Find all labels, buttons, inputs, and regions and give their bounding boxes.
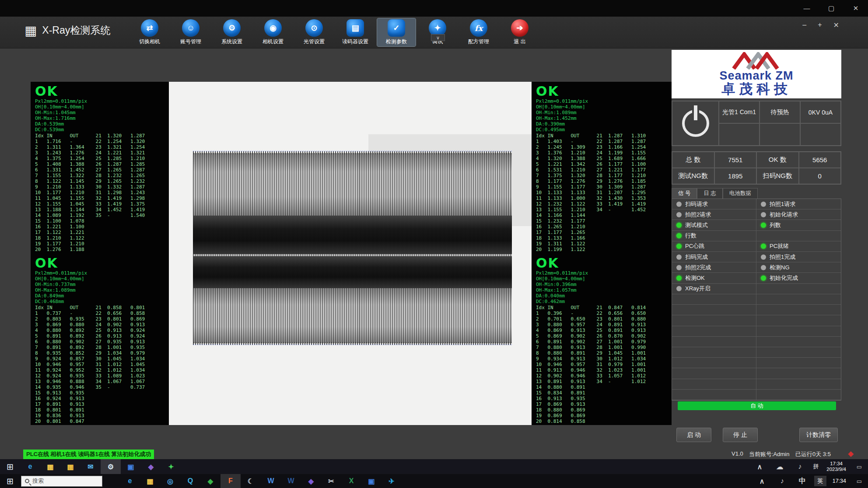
app-close-button[interactable]: ✕: [833, 21, 839, 29]
taskbar-search-input[interactable]: 搜索: [21, 476, 102, 487]
exit-icon: ➔: [511, 19, 528, 37]
stop-run-button[interactable]: 停 止: [723, 428, 758, 442]
file-explorer-icon[interactable]: ▦: [140, 474, 160, 488]
window-minimize-button[interactable]: —: [794, 0, 819, 17]
tray-icon[interactable]: ∧: [752, 474, 772, 488]
file-explorer-icon[interactable]: ▦: [40, 459, 60, 474]
app-purple-icon[interactable]: ◆: [141, 459, 161, 474]
panel-status: OK: [536, 256, 667, 270]
tab-2[interactable]: 电池数据: [723, 188, 758, 199]
start-run-button[interactable]: 启 动: [676, 428, 711, 442]
app-moon-icon[interactable]: ☾: [241, 474, 261, 488]
signal-label: 拍照1请求: [770, 200, 795, 208]
app-green-icon[interactable]: ◆: [200, 474, 220, 488]
signal-cell: [672, 379, 756, 390]
toolbar-reader-settings[interactable]: ▤读码器设置: [336, 18, 374, 46]
stat-label: 总 数: [672, 152, 714, 168]
panel-info-line: Pxl2mm=0.011mm/pix: [35, 98, 164, 104]
excel-icon[interactable]: X: [341, 474, 361, 488]
brand-name-cn: 卓茂科技: [721, 82, 791, 96]
signal-led: [676, 212, 682, 217]
window-close-button[interactable]: ✕: [844, 0, 868, 17]
signal-led: [676, 223, 682, 228]
toolbar-tube-settings[interactable]: ⊙光管设置: [295, 18, 333, 46]
app-blue-icon[interactable]: ▣: [361, 474, 382, 488]
tray-icon[interactable]: 中: [792, 474, 812, 488]
signal-cell: [756, 358, 841, 368]
toolbar-switch-camera[interactable]: ⇄切换相机: [130, 18, 169, 46]
toolbar-system-settings[interactable]: ⚙系统设置: [213, 18, 251, 46]
clock-2[interactable]: 17:34: [828, 478, 850, 484]
start-button-2[interactable]: ⊞: [0, 474, 20, 488]
panel-status: OK: [536, 84, 667, 98]
snip-tool-icon[interactable]: ✂: [321, 474, 341, 488]
panel-columns: Idx IN OUT 1 1.403 - 2 1.245 1.309 3 1.3…: [536, 133, 667, 252]
toolbar-camera-settings[interactable]: ◉相机设置: [254, 18, 292, 46]
stat-value: 5656: [799, 152, 841, 168]
qq-icon[interactable]: Q: [180, 474, 200, 488]
mail-icon[interactable]: ✉: [80, 459, 101, 474]
signal-cell: [756, 231, 841, 241]
panel-info-line: Pxl2mm=0.011mm/pix: [536, 270, 667, 276]
clock-date: 2023/9/4: [826, 467, 846, 472]
count-reset-button[interactable]: 计数清零: [799, 428, 838, 442]
tray-icon[interactable]: ♪: [790, 459, 810, 474]
signal-cell: 扫码请求: [672, 199, 756, 209]
tab-0[interactable]: 信 号: [672, 188, 697, 199]
panel-info-line: OH-Min:0.737mm: [35, 282, 164, 287]
word-icon[interactable]: W: [261, 474, 281, 488]
toolbar-debug[interactable]: ✦调试: [418, 18, 457, 46]
tray-icon[interactable]: ♪: [772, 474, 792, 488]
app-plane-icon[interactable]: ✈: [382, 474, 402, 488]
notification-center-icon[interactable]: ▭: [850, 464, 868, 470]
edge-browser-icon[interactable]: e: [20, 459, 40, 474]
browser-icon[interactable]: ◎: [160, 474, 180, 488]
toolbar-exit[interactable]: ➔退 出: [500, 18, 539, 46]
tab-1[interactable]: 日 志: [697, 188, 722, 199]
tray-icon[interactable]: ☁: [770, 459, 790, 474]
notification-center-icon-2[interactable]: ▭: [850, 478, 868, 485]
signal-label: 拍照2完成: [685, 264, 711, 272]
ime-indicator[interactable]: 拼: [810, 463, 822, 471]
version-label: V1.0: [732, 450, 743, 457]
app-violet-icon[interactable]: ◆: [301, 474, 321, 488]
start-button[interactable]: ⊞: [0, 459, 20, 474]
window-maximize-button[interactable]: ▢: [819, 0, 844, 17]
app-blue-icon[interactable]: ▣: [121, 459, 141, 474]
word-2-icon[interactable]: W: [281, 474, 301, 488]
signal-label: PC心跳: [685, 242, 704, 250]
power-button[interactable]: [682, 110, 709, 137]
toolbar-account-management[interactable]: ☺账号管理: [172, 18, 210, 46]
device-status-table: 光管1 Com1 待预热 0KV 0uA: [672, 101, 841, 146]
signal-led: [676, 275, 682, 281]
signal-cell: 检测OK: [672, 273, 756, 283]
chevron-down-icon[interactable]: ∨: [431, 34, 445, 41]
panel-info-line: OH-Min:0.396mm: [536, 282, 667, 287]
toolbar-detection-params[interactable]: ✓检测参数: [377, 18, 416, 46]
tray-icon[interactable]: ∧: [749, 459, 770, 474]
signal-cell: [756, 337, 841, 347]
firefox-icon[interactable]: F: [220, 474, 241, 488]
folder-icon[interactable]: ▦: [60, 459, 80, 474]
wechat-icon[interactable]: ✦: [161, 459, 181, 474]
signal-label: 扫码完成: [685, 253, 708, 261]
taskbar-top-icons: e▦▦✉⚙▣◆✦: [20, 459, 181, 474]
signal-label: 列数: [770, 221, 781, 229]
clock[interactable]: 17:34 2023/9/4: [822, 461, 850, 472]
xray-electrode-band-bottom: [193, 288, 512, 343]
auto-mode-button[interactable]: 自 动: [678, 401, 836, 410]
stat-label: OK 数: [756, 152, 799, 168]
left-measure-column: OKPxl2mm=0.011mm/pixOH[0.10mm~4.00mm]OH-…: [31, 82, 169, 425]
app-title: X-Ray检测系统: [42, 24, 110, 37]
language-indicator[interactable]: 英: [814, 476, 826, 486]
signal-cell: PC就绪: [756, 241, 841, 252]
settings-icon[interactable]: ⚙: [101, 459, 121, 474]
toolbar-recipe-management[interactable]: fx配方管理: [459, 18, 498, 46]
signal-cell: [756, 326, 841, 337]
panel-info-line: Pxl2mm=0.011mm/pix: [35, 270, 164, 276]
signal-label: 拍照2请求: [685, 211, 711, 219]
edge-browser-icon[interactable]: e: [120, 474, 140, 488]
app-minimize-button[interactable]: –: [802, 21, 806, 29]
app-maximize-button[interactable]: +: [818, 21, 822, 29]
panel-info-line: OH-Min:1.089mm: [536, 110, 667, 115]
